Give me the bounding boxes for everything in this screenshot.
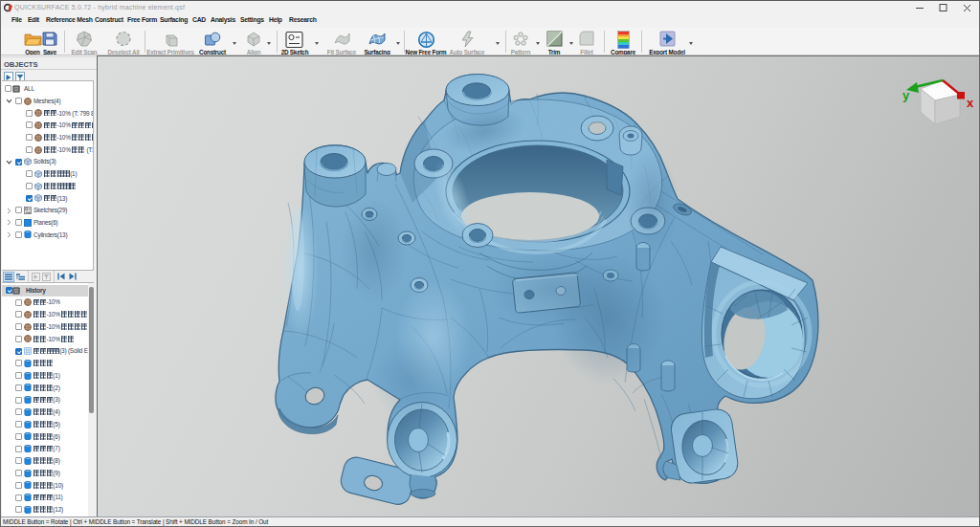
svg-text:y: y — [902, 88, 910, 102]
svg-text:x: x — [967, 96, 974, 110]
